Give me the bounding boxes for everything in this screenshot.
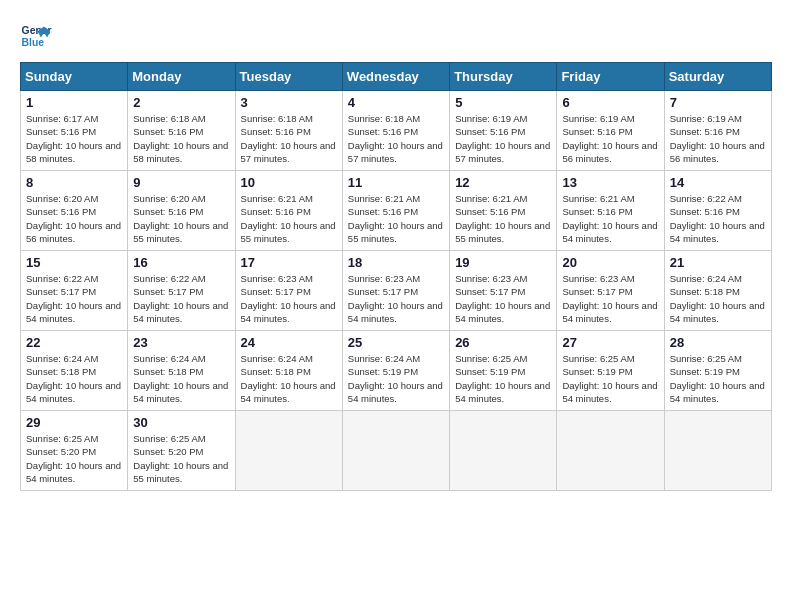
day-number: 12	[455, 175, 551, 190]
day-number: 14	[670, 175, 766, 190]
calendar-cell	[664, 411, 771, 491]
day-info: Sunrise: 6:24 AMSunset: 5:19 PMDaylight:…	[348, 352, 444, 405]
calendar-cell: 20Sunrise: 6:23 AMSunset: 5:17 PMDayligh…	[557, 251, 664, 331]
day-info: Sunrise: 6:19 AMSunset: 5:16 PMDaylight:…	[562, 112, 658, 165]
calendar-cell: 2Sunrise: 6:18 AMSunset: 5:16 PMDaylight…	[128, 91, 235, 171]
svg-text:Blue: Blue	[22, 37, 45, 48]
day-number: 17	[241, 255, 337, 270]
day-number: 10	[241, 175, 337, 190]
day-number: 19	[455, 255, 551, 270]
calendar-cell: 22Sunrise: 6:24 AMSunset: 5:18 PMDayligh…	[21, 331, 128, 411]
day-info: Sunrise: 6:18 AMSunset: 5:16 PMDaylight:…	[348, 112, 444, 165]
day-info: Sunrise: 6:22 AMSunset: 5:17 PMDaylight:…	[26, 272, 122, 325]
calendar-table: SundayMondayTuesdayWednesdayThursdayFrid…	[20, 62, 772, 491]
day-number: 5	[455, 95, 551, 110]
week-row-1: 1Sunrise: 6:17 AMSunset: 5:16 PMDaylight…	[21, 91, 772, 171]
col-header-saturday: Saturday	[664, 63, 771, 91]
day-info: Sunrise: 6:23 AMSunset: 5:17 PMDaylight:…	[455, 272, 551, 325]
calendar-cell: 6Sunrise: 6:19 AMSunset: 5:16 PMDaylight…	[557, 91, 664, 171]
day-number: 11	[348, 175, 444, 190]
week-row-2: 8Sunrise: 6:20 AMSunset: 5:16 PMDaylight…	[21, 171, 772, 251]
calendar-cell: 15Sunrise: 6:22 AMSunset: 5:17 PMDayligh…	[21, 251, 128, 331]
day-info: Sunrise: 6:24 AMSunset: 5:18 PMDaylight:…	[26, 352, 122, 405]
logo-icon: General Blue	[20, 20, 52, 52]
day-info: Sunrise: 6:23 AMSunset: 5:17 PMDaylight:…	[348, 272, 444, 325]
day-number: 9	[133, 175, 229, 190]
calendar-cell: 17Sunrise: 6:23 AMSunset: 5:17 PMDayligh…	[235, 251, 342, 331]
calendar-cell: 21Sunrise: 6:24 AMSunset: 5:18 PMDayligh…	[664, 251, 771, 331]
day-info: Sunrise: 6:21 AMSunset: 5:16 PMDaylight:…	[562, 192, 658, 245]
day-number: 2	[133, 95, 229, 110]
calendar-cell: 18Sunrise: 6:23 AMSunset: 5:17 PMDayligh…	[342, 251, 449, 331]
week-row-3: 15Sunrise: 6:22 AMSunset: 5:17 PMDayligh…	[21, 251, 772, 331]
calendar-cell: 29Sunrise: 6:25 AMSunset: 5:20 PMDayligh…	[21, 411, 128, 491]
day-info: Sunrise: 6:23 AMSunset: 5:17 PMDaylight:…	[562, 272, 658, 325]
day-info: Sunrise: 6:24 AMSunset: 5:18 PMDaylight:…	[241, 352, 337, 405]
day-info: Sunrise: 6:20 AMSunset: 5:16 PMDaylight:…	[133, 192, 229, 245]
day-number: 16	[133, 255, 229, 270]
calendar-cell: 3Sunrise: 6:18 AMSunset: 5:16 PMDaylight…	[235, 91, 342, 171]
calendar-cell: 25Sunrise: 6:24 AMSunset: 5:19 PMDayligh…	[342, 331, 449, 411]
day-info: Sunrise: 6:25 AMSunset: 5:19 PMDaylight:…	[455, 352, 551, 405]
day-number: 1	[26, 95, 122, 110]
calendar-cell: 16Sunrise: 6:22 AMSunset: 5:17 PMDayligh…	[128, 251, 235, 331]
day-info: Sunrise: 6:25 AMSunset: 5:19 PMDaylight:…	[670, 352, 766, 405]
day-number: 22	[26, 335, 122, 350]
day-info: Sunrise: 6:21 AMSunset: 5:16 PMDaylight:…	[241, 192, 337, 245]
calendar-cell: 10Sunrise: 6:21 AMSunset: 5:16 PMDayligh…	[235, 171, 342, 251]
week-row-4: 22Sunrise: 6:24 AMSunset: 5:18 PMDayligh…	[21, 331, 772, 411]
calendar-cell: 23Sunrise: 6:24 AMSunset: 5:18 PMDayligh…	[128, 331, 235, 411]
day-number: 28	[670, 335, 766, 350]
day-number: 30	[133, 415, 229, 430]
calendar-cell: 1Sunrise: 6:17 AMSunset: 5:16 PMDaylight…	[21, 91, 128, 171]
calendar-cell: 19Sunrise: 6:23 AMSunset: 5:17 PMDayligh…	[450, 251, 557, 331]
day-info: Sunrise: 6:18 AMSunset: 5:16 PMDaylight:…	[241, 112, 337, 165]
day-info: Sunrise: 6:25 AMSunset: 5:20 PMDaylight:…	[26, 432, 122, 485]
calendar-cell: 12Sunrise: 6:21 AMSunset: 5:16 PMDayligh…	[450, 171, 557, 251]
col-header-tuesday: Tuesday	[235, 63, 342, 91]
day-number: 18	[348, 255, 444, 270]
day-info: Sunrise: 6:22 AMSunset: 5:17 PMDaylight:…	[133, 272, 229, 325]
day-info: Sunrise: 6:19 AMSunset: 5:16 PMDaylight:…	[670, 112, 766, 165]
day-number: 6	[562, 95, 658, 110]
calendar-cell: 4Sunrise: 6:18 AMSunset: 5:16 PMDaylight…	[342, 91, 449, 171]
day-info: Sunrise: 6:25 AMSunset: 5:20 PMDaylight:…	[133, 432, 229, 485]
logo: General Blue	[20, 20, 52, 52]
calendar-header-row: SundayMondayTuesdayWednesdayThursdayFrid…	[21, 63, 772, 91]
calendar-cell: 27Sunrise: 6:25 AMSunset: 5:19 PMDayligh…	[557, 331, 664, 411]
day-info: Sunrise: 6:21 AMSunset: 5:16 PMDaylight:…	[455, 192, 551, 245]
day-info: Sunrise: 6:20 AMSunset: 5:16 PMDaylight:…	[26, 192, 122, 245]
calendar-cell	[557, 411, 664, 491]
day-number: 26	[455, 335, 551, 350]
day-number: 29	[26, 415, 122, 430]
day-number: 21	[670, 255, 766, 270]
day-info: Sunrise: 6:17 AMSunset: 5:16 PMDaylight:…	[26, 112, 122, 165]
day-info: Sunrise: 6:22 AMSunset: 5:16 PMDaylight:…	[670, 192, 766, 245]
calendar-cell: 26Sunrise: 6:25 AMSunset: 5:19 PMDayligh…	[450, 331, 557, 411]
calendar-cell: 11Sunrise: 6:21 AMSunset: 5:16 PMDayligh…	[342, 171, 449, 251]
calendar-cell: 8Sunrise: 6:20 AMSunset: 5:16 PMDaylight…	[21, 171, 128, 251]
calendar-cell	[235, 411, 342, 491]
day-number: 15	[26, 255, 122, 270]
col-header-monday: Monday	[128, 63, 235, 91]
day-number: 8	[26, 175, 122, 190]
day-number: 20	[562, 255, 658, 270]
calendar-cell: 28Sunrise: 6:25 AMSunset: 5:19 PMDayligh…	[664, 331, 771, 411]
day-info: Sunrise: 6:18 AMSunset: 5:16 PMDaylight:…	[133, 112, 229, 165]
day-number: 7	[670, 95, 766, 110]
calendar-cell: 14Sunrise: 6:22 AMSunset: 5:16 PMDayligh…	[664, 171, 771, 251]
day-info: Sunrise: 6:25 AMSunset: 5:19 PMDaylight:…	[562, 352, 658, 405]
calendar-cell: 13Sunrise: 6:21 AMSunset: 5:16 PMDayligh…	[557, 171, 664, 251]
col-header-thursday: Thursday	[450, 63, 557, 91]
calendar-cell	[342, 411, 449, 491]
day-number: 3	[241, 95, 337, 110]
calendar-cell: 30Sunrise: 6:25 AMSunset: 5:20 PMDayligh…	[128, 411, 235, 491]
day-info: Sunrise: 6:21 AMSunset: 5:16 PMDaylight:…	[348, 192, 444, 245]
calendar-cell: 7Sunrise: 6:19 AMSunset: 5:16 PMDaylight…	[664, 91, 771, 171]
day-info: Sunrise: 6:24 AMSunset: 5:18 PMDaylight:…	[670, 272, 766, 325]
calendar-cell	[450, 411, 557, 491]
day-info: Sunrise: 6:24 AMSunset: 5:18 PMDaylight:…	[133, 352, 229, 405]
day-info: Sunrise: 6:23 AMSunset: 5:17 PMDaylight:…	[241, 272, 337, 325]
day-number: 4	[348, 95, 444, 110]
col-header-wednesday: Wednesday	[342, 63, 449, 91]
